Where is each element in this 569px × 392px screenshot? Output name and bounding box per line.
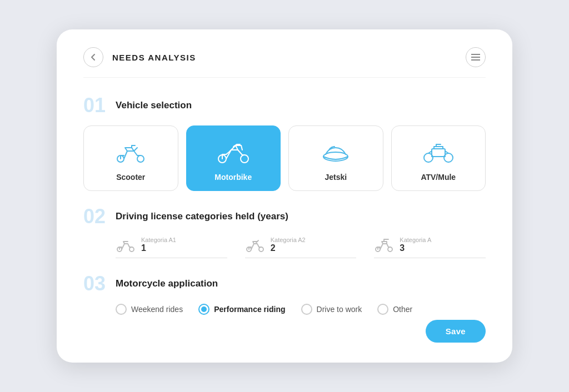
license-a-icon xyxy=(374,237,394,253)
jetski-icon xyxy=(316,138,355,166)
radio-work-label: Drive to work xyxy=(317,305,362,314)
motorbike-label: Motorbike xyxy=(214,173,252,182)
svg-point-4 xyxy=(137,155,144,162)
license-a-label: Kategoria A xyxy=(400,237,431,243)
section-01-num: 01 xyxy=(83,96,106,115)
vehicle-cards: Scooter Motorbike xyxy=(83,125,486,191)
jetski-label: Jetski xyxy=(325,173,347,182)
vehicle-card-jetski[interactable]: Jetski xyxy=(288,125,383,191)
license-a-info: Kategoria A 3 xyxy=(400,237,431,253)
section-03-title: Motorcycle application xyxy=(116,278,218,289)
scooter-icon xyxy=(111,138,150,166)
motorbike-icon xyxy=(214,138,253,166)
license-a2-label: Kategoria A2 xyxy=(271,237,306,243)
license-a-value: 3 xyxy=(400,243,431,253)
svg-point-6 xyxy=(241,155,248,163)
vehicle-card-scooter[interactable]: Scooter xyxy=(83,125,178,191)
license-a1-icon xyxy=(116,237,136,253)
license-a1-label: Kategoria A1 xyxy=(141,237,176,243)
section-03-num: 03 xyxy=(83,274,106,294)
vehicle-selection-section: 01 Vehicle selection Scooter xyxy=(83,96,486,191)
svg-point-16 xyxy=(388,247,392,252)
radio-work[interactable]: Drive to work xyxy=(301,304,362,315)
license-a1-info: Kategoria A1 1 xyxy=(141,237,176,253)
svg-point-14 xyxy=(259,247,263,252)
radio-work-outer xyxy=(301,304,312,315)
license-a2-icon xyxy=(245,237,265,253)
license-a1-value: 1 xyxy=(141,243,176,253)
radio-other-label: Other xyxy=(393,305,412,314)
atv-label: ATV/Mule xyxy=(421,173,456,182)
svg-point-12 xyxy=(129,247,134,252)
main-card: NEEDS ANALYSIS 01 Vehicle selection xyxy=(57,29,512,363)
atv-icon xyxy=(419,138,458,166)
section-02-num: 02 xyxy=(83,207,106,227)
license-a2-value: 2 xyxy=(271,243,306,253)
scooter-label: Scooter xyxy=(116,173,145,182)
license-section: 02 Driving license categories held (year… xyxy=(83,207,486,258)
section-01-title: Vehicle selection xyxy=(116,100,192,111)
back-button[interactable] xyxy=(83,47,103,67)
radio-weekend[interactable]: Weekend rides xyxy=(116,304,183,315)
section-02-title: Driving license categories held (years) xyxy=(116,211,288,222)
radio-other[interactable]: Other xyxy=(377,304,412,315)
license-field-a: Kategoria A 3 xyxy=(374,237,486,258)
vehicle-card-motorbike[interactable]: Motorbike xyxy=(186,125,281,191)
license-a2-info: Kategoria A2 2 xyxy=(271,237,306,253)
vehicle-card-atv[interactable]: ATV/Mule xyxy=(391,125,486,191)
page-title: NEEDS ANALYSIS xyxy=(112,53,196,62)
radio-performance-label: Performance riding xyxy=(214,305,285,314)
header-left: NEEDS ANALYSIS xyxy=(83,47,196,67)
radio-weekend-label: Weekend rides xyxy=(131,305,183,314)
section-03-header: 03 Motorcycle application xyxy=(83,274,486,294)
radio-other-outer xyxy=(377,304,388,315)
section-02-header: 02 Driving license categories held (year… xyxy=(83,207,486,227)
application-section: 03 Motorcycle application Weekend rides … xyxy=(83,274,486,315)
section-01-header: 01 Vehicle selection xyxy=(83,96,486,115)
radio-performance[interactable]: Performance riding xyxy=(198,304,285,315)
svg-rect-10 xyxy=(432,149,445,157)
license-fields: Kategoria A1 1 Kategori xyxy=(116,237,486,258)
license-field-a1: Kategoria A1 1 xyxy=(116,237,227,258)
radio-performance-outer xyxy=(198,304,209,315)
menu-button[interactable] xyxy=(466,47,486,67)
license-field-a2: Kategoria A2 2 xyxy=(245,237,357,258)
header: NEEDS ANALYSIS xyxy=(83,47,486,78)
radio-weekend-outer xyxy=(116,304,127,315)
radio-options: Weekend rides Performance riding Drive t… xyxy=(116,304,486,315)
save-button[interactable]: Save xyxy=(426,320,486,343)
radio-performance-inner xyxy=(201,306,207,312)
